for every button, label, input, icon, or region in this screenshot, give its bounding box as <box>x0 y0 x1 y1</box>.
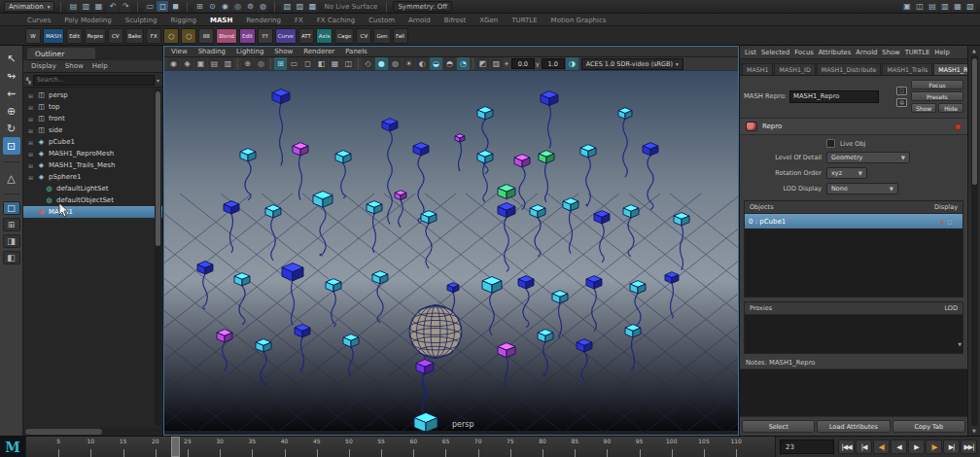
symmetry-dropdown[interactable]: Symmetry: Off <box>393 1 452 12</box>
gamma-field[interactable]: 1.0 <box>542 58 565 69</box>
menu-set-dropdown[interactable]: Animation ▾ <box>4 1 54 12</box>
expand-toggle-icon[interactable]: ⊞ <box>27 104 34 111</box>
outliner-menu-show[interactable]: Show <box>65 62 84 70</box>
go-to-end-button[interactable]: ▶▶| <box>961 439 977 454</box>
ae-menu-show[interactable]: Show <box>882 49 899 56</box>
view-transform-dropdown[interactable]: ACES 1.0 SDR-video (sRGB)▾ <box>581 58 683 70</box>
select-tool[interactable]: ↖ <box>3 50 20 67</box>
step-back-key-button[interactable]: ◀| <box>873 439 890 454</box>
shelf-gen[interactable]: Gen <box>373 28 390 44</box>
ae-tab-mash1_distribute[interactable]: MASH1_Distribute <box>817 63 882 75</box>
step-forward-frame-button[interactable]: ▶| <box>943 439 960 454</box>
2d-pan-zoom-icon[interactable]: ⊕ <box>241 57 254 70</box>
outliner-search-input[interactable] <box>33 75 155 86</box>
shelf-fx[interactable]: FX <box>146 28 161 44</box>
shelf-curve[interactable]: Curve <box>275 28 297 44</box>
outliner-item-defaultobjectset[interactable]: ◍defaultObjectSet <box>23 194 162 206</box>
ae-menu-attributes[interactable]: Attributes <box>819 49 852 56</box>
layout-two-pane[interactable]: ◨ <box>3 234 20 248</box>
step-back-frame-button[interactable]: |◀ <box>856 439 872 454</box>
shelf-edit-purple[interactable]: Edit <box>239 28 256 44</box>
go-to-start-button[interactable]: |◀◀ <box>838 439 855 454</box>
display-layer-icon[interactable]: ▥ <box>939 1 951 12</box>
redo-icon[interactable]: ↷ <box>120 1 131 12</box>
shelf-tab-bifrost[interactable]: Bifrost <box>442 16 469 25</box>
save-scene-icon[interactable]: ▦ <box>92 1 104 12</box>
select-component-icon[interactable]: ◼ <box>169 1 181 12</box>
oversan-icon[interactable]: ◎ <box>255 57 267 70</box>
timeline-ruler[interactable]: 5101520253035404550556065707580859095100… <box>25 437 776 457</box>
ae-tab-mash1_trails[interactable]: MASH1_Trails <box>882 63 932 75</box>
expand-toggle-icon[interactable]: ⊞ <box>27 139 34 146</box>
anim-layer-icon[interactable]: ▦ <box>952 1 963 12</box>
lights-icon[interactable]: ☀ <box>402 57 415 70</box>
select-hierarchy-icon[interactable]: ▭ <box>144 1 156 12</box>
wireframe-icon[interactable]: ◇ <box>362 57 374 70</box>
resolution-gate-icon[interactable]: ◻ <box>301 57 314 70</box>
outliner-item-mash1[interactable]: ◉MASH1 <box>23 206 162 218</box>
shelf-tab-xgen[interactable]: XGen <box>477 16 500 25</box>
display-visibility-icon[interactable]: ◻ <box>947 218 952 225</box>
show-button[interactable]: Show <box>911 103 936 113</box>
grid-icon[interactable]: ⊞ <box>274 57 287 70</box>
shelf-cage[interactable]: Cage <box>334 28 354 44</box>
outliner-item-defaultlightset[interactable]: ◍defaultLightSet <box>23 183 162 194</box>
expand-toggle-icon[interactable]: ⊞ <box>27 116 34 123</box>
gate-mask-icon[interactable]: ◧ <box>315 57 328 70</box>
paint-select-tool[interactable]: ⇜ <box>3 85 20 102</box>
expand-toggle-icon[interactable]: ⊞ <box>27 92 34 99</box>
field-chart-icon[interactable]: ▦ <box>329 57 341 70</box>
viewport-menu-renderer[interactable]: Renderer <box>303 48 334 55</box>
move-tool[interactable]: ⊕ <box>3 102 20 120</box>
layout-persp-outliner[interactable]: ◧ <box>3 251 20 264</box>
lod-display-dropdown[interactable]: None ▼ <box>826 183 898 194</box>
last-tool-slot[interactable]: △ <box>3 169 20 187</box>
motion-blur-icon[interactable]: ◓ <box>443 57 456 70</box>
pin-icon[interactable]: □ <box>896 87 907 95</box>
shelf-tab-curves[interactable]: Curves <box>25 16 52 25</box>
ae-menu-selected[interactable]: Selected <box>761 49 789 56</box>
shelf-pair[interactable]: 88 <box>198 28 214 44</box>
snap-to-plane-icon[interactable]: ◎ <box>231 1 243 12</box>
viewport-menu-view[interactable]: View <box>171 48 188 55</box>
ae-menu-arnold[interactable]: Arnold <box>856 49 877 56</box>
outliner-item-mash1_trails_mesh[interactable]: ⊞◈MASH1_Trails_Mesh <box>23 159 162 171</box>
smooth-shade-icon[interactable]: ● <box>375 57 388 70</box>
shelf-cluster[interactable]: YY <box>258 28 273 44</box>
snap-to-point-icon[interactable]: ◉ <box>219 1 230 12</box>
lock-camera-icon[interactable]: ◈ <box>181 57 193 70</box>
outliner-item-psphere1[interactable]: ⊞◈pSphere1 <box>23 171 162 183</box>
bookmarks-icon[interactable]: ▤ <box>208 57 221 70</box>
layout-four-pane[interactable]: ⊞ <box>3 218 20 231</box>
layout-single-pane[interactable]: □ <box>3 201 20 215</box>
list-mode-icon[interactable]: ▤ <box>896 98 907 107</box>
notes-area[interactable] <box>740 369 967 417</box>
live-obj-checkbox[interactable] <box>826 139 835 148</box>
shelf-tab-custom[interactable]: Custom <box>367 16 397 25</box>
shelf-tab-mash[interactable]: MASH <box>208 16 234 25</box>
shelf-att[interactable]: ATT <box>298 28 314 44</box>
select-button[interactable]: Select <box>742 420 815 433</box>
output-connections-icon[interactable]: ▨ <box>294 1 305 12</box>
shelf-mash-waiter[interactable]: MASH <box>43 28 64 44</box>
input-connections-icon[interactable]: ▧ <box>281 1 293 12</box>
expand-toggle-icon[interactable]: ⊞ <box>27 151 34 158</box>
outliner-item-top[interactable]: ⊞◫top <box>23 101 162 113</box>
shelf-blend[interactable]: Blend <box>216 28 237 44</box>
ssao-icon[interactable]: ◒ <box>430 57 442 70</box>
shelf-bake[interactable]: Bake <box>125 28 145 44</box>
ae-menu-focus[interactable]: Focus <box>794 49 813 56</box>
play-forwards-button[interactable]: ▶ <box>908 439 925 454</box>
load-attributes-button[interactable]: Load Attributes <box>817 420 890 433</box>
ipr-render-icon[interactable]: ◫ <box>914 1 926 12</box>
viewport-menu-lighting[interactable]: Lighting <box>236 48 263 55</box>
shelf-tab-arnold[interactable]: Arnold <box>406 16 433 25</box>
play-backwards-button[interactable]: ◀ <box>891 439 907 454</box>
3d-scene[interactable]: persp <box>164 71 738 431</box>
outliner-scrollbar[interactable] <box>155 89 161 426</box>
rotation-order-dropdown[interactable]: xyz ▼ <box>826 167 867 179</box>
expand-toggle-icon[interactable]: ⊞ <box>27 162 34 169</box>
ae-menu-help[interactable]: Help <box>934 49 950 56</box>
shelf-tab-motion-graphics[interactable]: Motion Graphics <box>549 16 609 25</box>
undo-icon[interactable]: ↶ <box>107 1 119 12</box>
